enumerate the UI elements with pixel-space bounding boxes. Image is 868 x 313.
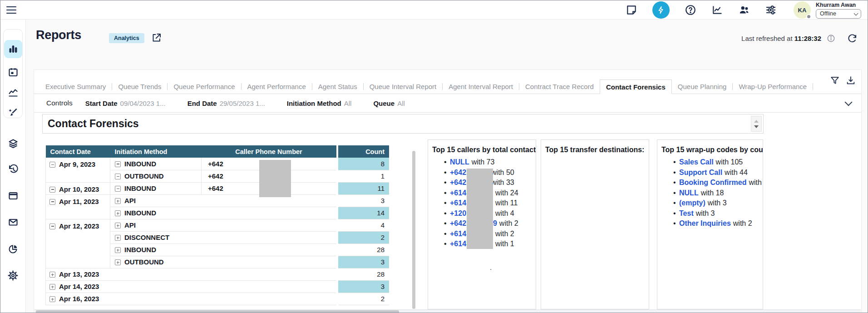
sidebar-item-dashboards[interactable] <box>4 40 22 58</box>
control-initiation-method[interactable]: Initiation MethodAll <box>287 99 352 107</box>
section-titlebar: Contact Forensics <box>42 114 764 134</box>
control-end-date[interactable]: End Date29/05/2023 1... <box>187 99 265 107</box>
expand-toggle-icon[interactable] <box>115 223 121 229</box>
help-icon[interactable] <box>685 4 696 16</box>
tab-agent-interval-report[interactable]: Agent Interval Report <box>443 79 519 94</box>
collapse-toggle-icon[interactable] <box>115 161 121 167</box>
expand-toggle-icon[interactable] <box>115 210 121 216</box>
date-cell: Apr 11, 2023 <box>59 198 99 205</box>
method-cell: INBOUND <box>124 209 156 217</box>
sidebar-item-settings-gear-icon[interactable] <box>4 266 22 284</box>
user-avatar[interactable]: KA <box>794 1 811 19</box>
wrap-up-code-link[interactable]: Other Inquiries <box>679 219 731 227</box>
control-start-date[interactable]: Start Date09/04/2023 1... <box>85 99 166 107</box>
tab-queue-performance[interactable]: Queue Performance <box>168 79 241 94</box>
tab-contact-forensics[interactable]: Contact Forensics <box>600 79 672 94</box>
wrap-up-code-link[interactable]: (empty) <box>679 199 705 207</box>
caller-link[interactable]: +642 <box>450 179 466 186</box>
contact-forensics-table: Contact Date Initiation Method Caller Ph… <box>45 145 336 305</box>
wrap-up-code-link[interactable]: Test <box>679 209 694 217</box>
caller-link[interactable]: +120 <box>450 209 466 217</box>
caller-link[interactable]: NULL <box>450 158 469 166</box>
collapse-toggle-icon[interactable] <box>49 187 55 193</box>
hamburger-menu-icon[interactable] <box>6 6 16 14</box>
sidebar-item-mail[interactable] <box>4 213 22 231</box>
expand-toggle-icon[interactable] <box>115 247 121 253</box>
collapse-toggle-icon[interactable] <box>115 186 121 192</box>
controls-collapse-chevron-icon[interactable] <box>845 99 853 106</box>
date-cell: Apr 14, 2023 <box>59 283 99 290</box>
horizontal-scrollbar-track[interactable] <box>35 309 861 313</box>
wrap-up-count: with 3 <box>708 199 727 207</box>
wrap-up-code-link[interactable]: Booking Confirmed <box>679 179 746 186</box>
date-cell: Apr 13, 2023 <box>59 270 99 278</box>
expand-toggle-icon[interactable] <box>115 259 121 265</box>
sidebar-item-analytics[interactable] <box>4 84 22 102</box>
wrap-up-code-link[interactable]: Support Call <box>679 169 722 176</box>
date-cell: Apr 16, 2023 <box>59 295 99 303</box>
list-item: NULLwith 73 <box>450 158 536 166</box>
tab-queue-planning[interactable]: Queue Planning <box>672 79 733 94</box>
tab-agent-performance[interactable]: Agent Performance <box>242 79 312 94</box>
caller-count: with 73 <box>472 158 495 166</box>
expand-toggle-icon[interactable] <box>49 296 55 302</box>
sidebar-item-browser[interactable] <box>4 187 22 205</box>
boost-lightning-icon[interactable] <box>652 1 670 19</box>
count-cell: 28 <box>338 268 389 280</box>
wrap-up-code-link[interactable]: NULL <box>679 189 699 197</box>
tab-executive-summary[interactable]: Executive Summary <box>39 79 112 94</box>
expand-toggle-icon[interactable] <box>115 235 121 241</box>
table-vertical-scrollbar[interactable] <box>412 151 415 309</box>
external-link-icon[interactable] <box>151 32 162 43</box>
table-row: Apr 12, 2023 API <box>46 219 336 231</box>
caller-count: with 24 <box>495 189 518 197</box>
count-cell: 3 <box>338 280 389 293</box>
refresh-icon[interactable] <box>847 33 858 44</box>
tab-agent-status[interactable]: Agent Status <box>312 79 363 94</box>
count-cell: 11 <box>338 182 389 194</box>
top-callers-panel: Top 15 callers by total contacts: NULLwi… <box>428 139 536 309</box>
collapse-toggle-icon[interactable] <box>49 162 55 168</box>
table-row: Apr 9, 2023 INBOUND +642 <box>46 158 336 170</box>
section-spinner <box>751 116 762 132</box>
expand-toggle-icon[interactable] <box>49 284 55 290</box>
caller-link[interactable]: +614 <box>450 230 466 238</box>
sidebar-item-schedule[interactable] <box>4 63 22 81</box>
sidebar-item-pie-reports[interactable] <box>4 240 22 258</box>
metrics-chart-icon[interactable] <box>711 4 723 16</box>
caller-link[interactable]: +642 <box>450 219 466 227</box>
count-cell: 14 <box>338 207 389 219</box>
collapse-toggle-icon[interactable] <box>49 199 55 205</box>
expand-toggle-icon[interactable] <box>115 198 121 204</box>
spinner-down-icon[interactable] <box>754 125 759 128</box>
page-title: Reports <box>36 28 81 42</box>
info-icon[interactable] <box>827 34 835 43</box>
sidebar-item-design[interactable] <box>4 104 22 122</box>
spinner-up-icon[interactable] <box>754 120 759 123</box>
wrap-up-code-link[interactable]: Sales Call <box>679 158 714 166</box>
method-cell: OUTBOUND <box>124 172 164 180</box>
status-dot <box>806 14 811 19</box>
horizontal-scrollbar-thumb[interactable] <box>36 310 399 313</box>
wrap-up-codes-list: Sales Callwith 105 Support Callwith 44 B… <box>657 158 763 228</box>
caller-link[interactable]: +614 <box>450 199 466 207</box>
expand-toggle-icon[interactable] <box>49 272 55 278</box>
collapse-toggle-icon[interactable] <box>49 224 55 229</box>
caller-link[interactable]: +614 <box>450 240 466 248</box>
caller-link[interactable]: +642 <box>450 169 466 176</box>
control-queue[interactable]: QueueAll <box>373 99 404 107</box>
count-cell: 1 <box>338 170 389 182</box>
tab-contract-trace-record[interactable]: Contract Trace Record <box>519 79 600 94</box>
users-icon[interactable] <box>738 4 750 16</box>
collapse-toggle-icon[interactable] <box>115 174 121 179</box>
caller-link[interactable]: +614 <box>450 189 466 197</box>
tab-queue-interval-report[interactable]: Queue Interval Report <box>364 79 443 94</box>
tab-wrap-up-performance[interactable]: Wrap-Up Performance <box>733 79 813 94</box>
tab-queue-trends[interactable]: Queue Trends <box>112 79 167 94</box>
agent-status-select[interactable]: Offline <box>816 9 861 19</box>
sidebar-item-history[interactable] <box>4 160 22 179</box>
report-tabs: Executive Summary Queue Trends Queue Per… <box>34 79 861 94</box>
notes-icon[interactable] <box>626 4 637 16</box>
sidebar-item-layers[interactable] <box>4 134 22 153</box>
sliders-settings-icon[interactable] <box>765 4 777 16</box>
